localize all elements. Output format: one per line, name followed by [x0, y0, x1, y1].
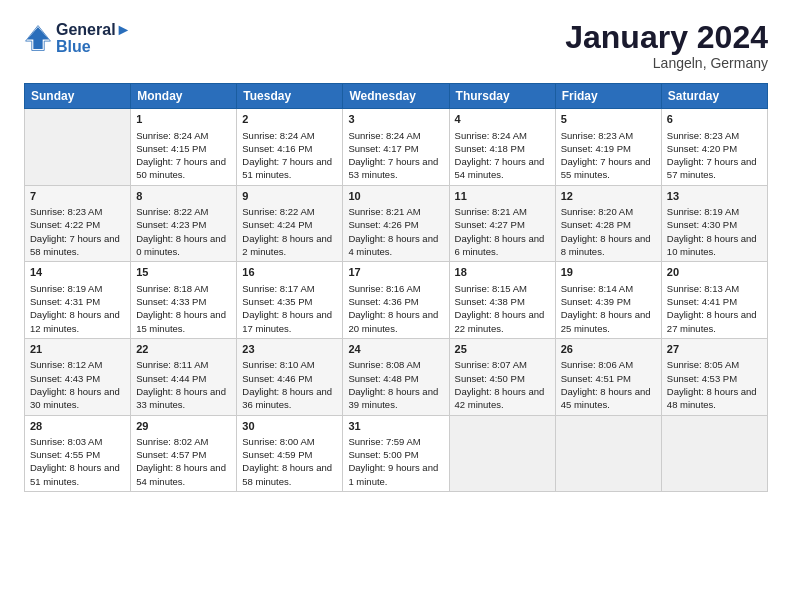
sunset-text: Sunset: 4:50 PM	[455, 372, 550, 385]
sunset-text: Sunset: 4:41 PM	[667, 295, 762, 308]
sunset-text: Sunset: 4:36 PM	[348, 295, 443, 308]
daylight-text: Daylight: 8 hours and 6 minutes.	[455, 232, 550, 259]
sunrise-text: Sunrise: 8:21 AM	[348, 205, 443, 218]
day-number: 26	[561, 342, 656, 357]
sunset-text: Sunset: 4:19 PM	[561, 142, 656, 155]
sunrise-text: Sunrise: 7:59 AM	[348, 435, 443, 448]
sunrise-text: Sunrise: 8:18 AM	[136, 282, 231, 295]
sunset-text: Sunset: 4:24 PM	[242, 218, 337, 231]
calendar-cell: 9Sunrise: 8:22 AMSunset: 4:24 PMDaylight…	[237, 185, 343, 262]
day-number: 12	[561, 189, 656, 204]
logo-text: General► Blue	[56, 20, 131, 55]
sunset-text: Sunset: 4:27 PM	[455, 218, 550, 231]
daylight-text: Daylight: 7 hours and 50 minutes.	[136, 155, 231, 182]
sunset-text: Sunset: 4:35 PM	[242, 295, 337, 308]
day-number: 30	[242, 419, 337, 434]
day-of-week-header: Friday	[555, 84, 661, 109]
calendar-cell: 30Sunrise: 8:00 AMSunset: 4:59 PMDayligh…	[237, 415, 343, 492]
sunrise-text: Sunrise: 8:05 AM	[667, 358, 762, 371]
day-number: 19	[561, 265, 656, 280]
calendar-cell: 24Sunrise: 8:08 AMSunset: 4:48 PMDayligh…	[343, 338, 449, 415]
calendar-cell: 16Sunrise: 8:17 AMSunset: 4:35 PMDayligh…	[237, 262, 343, 339]
daylight-text: Daylight: 8 hours and 54 minutes.	[136, 461, 231, 488]
day-number: 11	[455, 189, 550, 204]
day-of-week-header: Tuesday	[237, 84, 343, 109]
sunset-text: Sunset: 4:17 PM	[348, 142, 443, 155]
calendar-cell	[555, 415, 661, 492]
sunrise-text: Sunrise: 8:24 AM	[136, 129, 231, 142]
day-number: 23	[242, 342, 337, 357]
daylight-text: Daylight: 8 hours and 20 minutes.	[348, 308, 443, 335]
sunset-text: Sunset: 4:33 PM	[136, 295, 231, 308]
svg-marker-0	[27, 27, 49, 49]
calendar-header: SundayMondayTuesdayWednesdayThursdayFrid…	[25, 84, 768, 109]
sunset-text: Sunset: 4:55 PM	[30, 448, 125, 461]
calendar-cell: 20Sunrise: 8:13 AMSunset: 4:41 PMDayligh…	[661, 262, 767, 339]
sunrise-text: Sunrise: 8:22 AM	[136, 205, 231, 218]
sunrise-text: Sunrise: 8:13 AM	[667, 282, 762, 295]
calendar-cell: 17Sunrise: 8:16 AMSunset: 4:36 PMDayligh…	[343, 262, 449, 339]
day-number: 4	[455, 112, 550, 127]
sunrise-text: Sunrise: 8:10 AM	[242, 358, 337, 371]
calendar-cell: 19Sunrise: 8:14 AMSunset: 4:39 PMDayligh…	[555, 262, 661, 339]
location: Langeln, Germany	[565, 55, 768, 71]
calendar-cell: 22Sunrise: 8:11 AMSunset: 4:44 PMDayligh…	[131, 338, 237, 415]
day-number: 28	[30, 419, 125, 434]
calendar-cell	[25, 109, 131, 186]
daylight-text: Daylight: 8 hours and 33 minutes.	[136, 385, 231, 412]
day-number: 14	[30, 265, 125, 280]
day-of-week-header: Wednesday	[343, 84, 449, 109]
calendar-cell: 14Sunrise: 8:19 AMSunset: 4:31 PMDayligh…	[25, 262, 131, 339]
daylight-text: Daylight: 8 hours and 22 minutes.	[455, 308, 550, 335]
calendar-cell: 18Sunrise: 8:15 AMSunset: 4:38 PMDayligh…	[449, 262, 555, 339]
day-number: 31	[348, 419, 443, 434]
calendar-cell	[661, 415, 767, 492]
calendar-cell: 5Sunrise: 8:23 AMSunset: 4:19 PMDaylight…	[555, 109, 661, 186]
sunset-text: Sunset: 4:16 PM	[242, 142, 337, 155]
sunset-text: Sunset: 4:46 PM	[242, 372, 337, 385]
sunrise-text: Sunrise: 8:00 AM	[242, 435, 337, 448]
calendar-table: SundayMondayTuesdayWednesdayThursdayFrid…	[24, 83, 768, 492]
sunset-text: Sunset: 4:48 PM	[348, 372, 443, 385]
calendar-cell: 10Sunrise: 8:21 AMSunset: 4:26 PMDayligh…	[343, 185, 449, 262]
day-of-week-header: Saturday	[661, 84, 767, 109]
calendar-cell: 26Sunrise: 8:06 AMSunset: 4:51 PMDayligh…	[555, 338, 661, 415]
day-number: 22	[136, 342, 231, 357]
day-number: 17	[348, 265, 443, 280]
daylight-text: Daylight: 7 hours and 53 minutes.	[348, 155, 443, 182]
sunrise-text: Sunrise: 8:12 AM	[30, 358, 125, 371]
sunrise-text: Sunrise: 8:22 AM	[242, 205, 337, 218]
logo-icon	[24, 24, 52, 52]
day-number: 24	[348, 342, 443, 357]
sunrise-text: Sunrise: 8:24 AM	[455, 129, 550, 142]
day-number: 21	[30, 342, 125, 357]
calendar-cell	[449, 415, 555, 492]
calendar-cell: 6Sunrise: 8:23 AMSunset: 4:20 PMDaylight…	[661, 109, 767, 186]
sunset-text: Sunset: 4:23 PM	[136, 218, 231, 231]
sunrise-text: Sunrise: 8:02 AM	[136, 435, 231, 448]
sunset-text: Sunset: 4:31 PM	[30, 295, 125, 308]
day-number: 27	[667, 342, 762, 357]
sunrise-text: Sunrise: 8:24 AM	[242, 129, 337, 142]
sunset-text: Sunset: 4:51 PM	[561, 372, 656, 385]
daylight-text: Daylight: 8 hours and 51 minutes.	[30, 461, 125, 488]
sunrise-text: Sunrise: 8:20 AM	[561, 205, 656, 218]
calendar-cell: 7Sunrise: 8:23 AMSunset: 4:22 PMDaylight…	[25, 185, 131, 262]
day-of-week-header: Thursday	[449, 84, 555, 109]
sunset-text: Sunset: 4:26 PM	[348, 218, 443, 231]
sunset-text: Sunset: 4:18 PM	[455, 142, 550, 155]
sunrise-text: Sunrise: 8:21 AM	[455, 205, 550, 218]
sunrise-text: Sunrise: 8:15 AM	[455, 282, 550, 295]
daylight-text: Daylight: 7 hours and 58 minutes.	[30, 232, 125, 259]
sunrise-text: Sunrise: 8:11 AM	[136, 358, 231, 371]
daylight-text: Daylight: 8 hours and 10 minutes.	[667, 232, 762, 259]
day-number: 7	[30, 189, 125, 204]
sunset-text: Sunset: 4:53 PM	[667, 372, 762, 385]
calendar-cell: 11Sunrise: 8:21 AMSunset: 4:27 PMDayligh…	[449, 185, 555, 262]
sunrise-text: Sunrise: 8:23 AM	[30, 205, 125, 218]
day-number: 20	[667, 265, 762, 280]
calendar-cell: 13Sunrise: 8:19 AMSunset: 4:30 PMDayligh…	[661, 185, 767, 262]
daylight-text: Daylight: 8 hours and 36 minutes.	[242, 385, 337, 412]
sunset-text: Sunset: 4:38 PM	[455, 295, 550, 308]
calendar-cell: 1Sunrise: 8:24 AMSunset: 4:15 PMDaylight…	[131, 109, 237, 186]
